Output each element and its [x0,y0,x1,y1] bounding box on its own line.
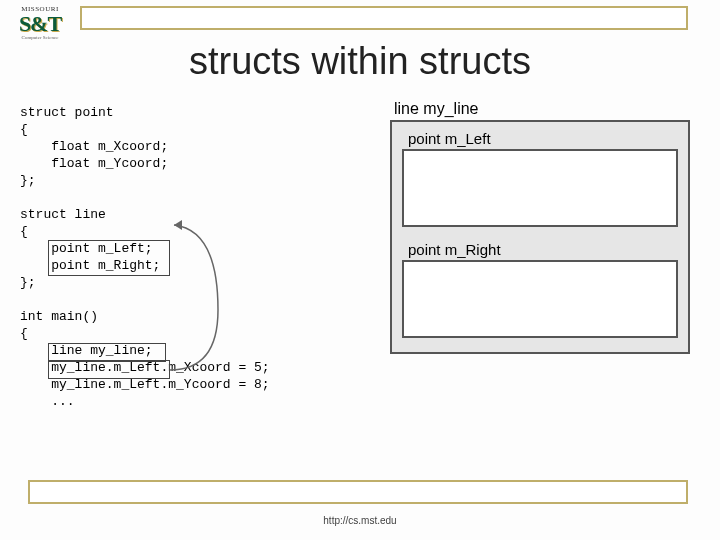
diagram-box1-label: point m_Left [408,130,678,147]
diagram-outer-box: point m_Left point m_Right [390,120,690,354]
header-decorative-bar [80,6,688,30]
diagram-outer-label: line my_line [394,100,690,118]
highlight-member-access [48,360,170,379]
logo-main: S&T [10,13,70,35]
diagram-box1 [402,149,678,227]
diagram-box2 [402,260,678,338]
university-logo: MISSOURI S&T Computer Science [10,6,70,40]
diagram-box2-label: point m_Right [408,241,678,258]
slide-title: structs within structs [0,40,720,83]
footer-url: http://cs.mst.edu [0,515,720,526]
highlight-struct-members [48,240,170,276]
footer-decorative-bar [28,480,688,504]
memory-diagram: line my_line point m_Left point m_Right [390,100,690,354]
